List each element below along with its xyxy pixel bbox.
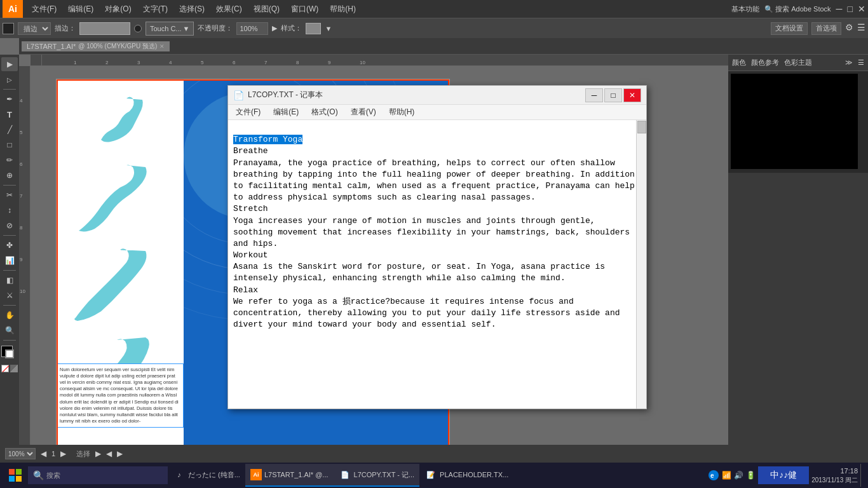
panel-expand[interactable]: ≫	[845, 58, 853, 67]
play-btn[interactable]: ▶	[95, 449, 101, 458]
search-icon: 🔍	[33, 470, 44, 480]
nav-next2[interactable]: ▶	[117, 449, 123, 458]
color-theme-label[interactable]: 色彩主题	[784, 58, 812, 67]
swap-color[interactable]	[10, 365, 18, 372]
np-menu-help[interactable]: 帮助(H)	[384, 105, 420, 119]
doc-settings-btn[interactable]: 文档设置	[771, 22, 808, 35]
taskbar-item-notepad[interactable]: 📄 L7COPY.TXT - 记...	[334, 464, 420, 487]
none-indicator[interactable]	[1, 365, 9, 372]
battery-icon[interactable]: 🔋	[746, 471, 756, 480]
adobe-stock-search[interactable]: 🔍 搜索 Adobe Stock	[764, 4, 831, 14]
ai-taskbar-icon: Ai	[250, 469, 262, 480]
notepad-content-area[interactable]: Transform Yoga Breathe Pranayama, the yo…	[228, 120, 646, 345]
toolbar-icon-1[interactable]: ⚙	[845, 22, 853, 35]
opacity-arrow[interactable]: ▶	[272, 24, 277, 32]
np-menu-edit[interactable]: 编辑(E)	[268, 105, 304, 119]
stroke-selector[interactable]: 描边	[18, 22, 51, 35]
taskbar-item-music[interactable]: ♪ だったに (纯音...	[168, 464, 245, 487]
toolbar-icon-2[interactable]: ☰	[857, 22, 865, 35]
artboard-nav-prev[interactable]: ◀	[41, 449, 46, 458]
wifi-icon[interactable]: 📶	[722, 471, 731, 480]
tool-scale[interactable]: ↕	[1, 203, 18, 217]
tool-slice[interactable]: ⚔	[1, 288, 18, 302]
style-arrow[interactable]: ▼	[325, 25, 332, 32]
notepad-close[interactable]: ✕	[623, 88, 641, 102]
clock[interactable]: 17:18 2013/11/13 周二	[811, 466, 858, 484]
time-value: 17:18	[811, 466, 858, 475]
start-button[interactable]	[3, 464, 28, 487]
tool-graph[interactable]: 📊	[1, 254, 18, 268]
menu-select[interactable]: 选择(S)	[174, 3, 210, 16]
text-overlay-box: Num doloreetum ver sequam ver suscipisti…	[57, 363, 184, 428]
tool-type[interactable]: T	[1, 107, 18, 121]
color-ref-label[interactable]: 颜色参考	[751, 58, 779, 67]
taskbar-search[interactable]: 🔍 搜索	[28, 466, 168, 484]
style-preview	[306, 23, 321, 34]
tool-hand[interactable]: ✋	[1, 308, 18, 322]
menu-effect[interactable]: 效果(C)	[211, 3, 247, 16]
selection-mode-label: 选择	[76, 449, 90, 459]
tool-divider-2	[3, 185, 16, 186]
scrollbar-thumb[interactable]	[637, 121, 646, 133]
np-menu-format[interactable]: 格式(O)	[306, 105, 342, 119]
notepad-scrollbar[interactable]	[636, 120, 646, 409]
window-minimize[interactable]: ─	[836, 4, 843, 14]
canvas-area: 1 2 3 4 5 6 7 8 9 10 4 5 6 7 8 9 10	[19, 55, 728, 470]
taskbar-item-ai[interactable]: Ai L7START_1.AI* @...	[245, 464, 334, 487]
tool-select[interactable]: ▶	[1, 57, 18, 71]
yoga-silhouette-1	[76, 92, 165, 156]
np-menu-view[interactable]: 查看(V)	[346, 105, 381, 119]
tool-eraser[interactable]: ✂	[1, 188, 18, 202]
menu-text[interactable]: 文字(T)	[138, 3, 173, 16]
notepad-maximize[interactable]: □	[604, 88, 622, 102]
active-tab[interactable]: L7START_1.AI* @ 100% (CMYK/GPU 预选) ✕	[22, 41, 170, 51]
tool-paintbrush[interactable]: ✏	[1, 153, 18, 167]
volume-icon[interactable]: 🔊	[734, 471, 743, 480]
artboard-nav-next[interactable]: ▶	[60, 449, 66, 458]
tool-blob[interactable]: ⊕	[1, 168, 18, 182]
touch-brush-selector[interactable]: Touch C... ▼	[146, 22, 194, 36]
tool-line[interactable]: ╱	[1, 123, 18, 137]
taskbar-search-hint: 搜索	[46, 471, 60, 480]
tool-direct-select[interactable]: ▷	[1, 72, 18, 86]
window-restore[interactable]: □	[848, 4, 853, 14]
placeholder-taskbar-icon: 📝	[424, 468, 437, 481]
menu-file[interactable]: 文件(F)	[27, 3, 62, 16]
tool-shape[interactable]: □	[1, 138, 18, 152]
highlighted-text: Transform Yoga	[233, 135, 302, 144]
tool-warp[interactable]: ⊘	[1, 219, 18, 233]
ime-indicator[interactable]: 中♪♪健	[758, 466, 809, 484]
tool-zoom[interactable]: 🔍	[1, 323, 18, 337]
panel-menu[interactable]: ☰	[858, 58, 864, 67]
nav-prev2[interactable]: ◀	[106, 449, 112, 458]
stroke-color[interactable]	[5, 349, 14, 358]
taskbar-item-placeholder[interactable]: 📝 PLACEHOLDER.TX...	[419, 464, 513, 487]
tab-close-btn[interactable]: ✕	[159, 43, 165, 50]
foreground-color[interactable]	[3, 23, 14, 34]
tab-details: @ 100% (CMYK/GPU 预选)	[78, 42, 157, 51]
tool-pen[interactable]: ✒	[1, 92, 18, 106]
edge-icon[interactable]: e	[708, 470, 719, 481]
menu-view[interactable]: 视图(Q)	[248, 3, 285, 16]
basic-functions-label: 基本功能	[731, 4, 759, 14]
preferences-btn[interactable]: 首选项	[811, 22, 841, 35]
show-desktop-btn[interactable]	[860, 464, 865, 487]
menu-help[interactable]: 帮助(H)	[325, 3, 361, 16]
tool-artboard[interactable]: ◧	[1, 273, 18, 287]
window-close[interactable]: ✕	[858, 4, 865, 14]
svg-rect-10	[16, 469, 22, 475]
menu-object[interactable]: 对象(O)	[100, 3, 136, 16]
zoom-select[interactable]: 100%	[5, 448, 36, 459]
menu-edit[interactable]: 编辑(E)	[63, 3, 98, 16]
ruler-marks-top: 1 2 3 4 5 6 7 8 9 10	[42, 55, 728, 65]
tool-symbol[interactable]: ✤	[1, 238, 18, 252]
artboard-number: 1	[51, 450, 55, 458]
np-menu-file[interactable]: 文件(F)	[231, 105, 266, 119]
opacity-input[interactable]	[236, 22, 268, 35]
stroke-preview	[79, 22, 130, 35]
svg-text:e: e	[710, 472, 714, 479]
notepad-minimize[interactable]: ─	[585, 88, 603, 102]
menu-window[interactable]: 窗口(W)	[286, 3, 323, 16]
ruler-left: 4 5 6 7 8 9 10	[19, 66, 31, 470]
color-panel-label[interactable]: 颜色	[732, 58, 746, 67]
